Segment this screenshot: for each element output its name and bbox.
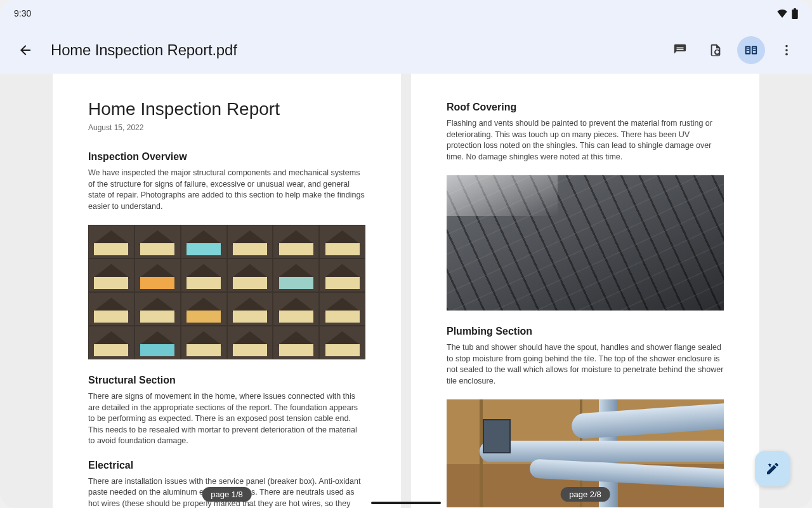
section-body: We have inspected the major structural c… (88, 168, 365, 212)
home-handle[interactable] (371, 502, 441, 504)
wifi-icon (776, 9, 788, 18)
section-body: Flashing and vents should be painted to … (447, 118, 724, 163)
svg-rect-5 (753, 50, 756, 51)
app-bar: Home Inspection Report.pdf (0, 27, 812, 74)
svg-rect-0 (792, 9, 797, 18)
svg-rect-1 (794, 8, 796, 10)
more-options-button[interactable] (773, 36, 801, 64)
status-bar: 9:30 (0, 0, 812, 27)
svg-rect-3 (747, 50, 750, 51)
two-page-view-button[interactable] (737, 36, 765, 64)
section-heading: Inspection Overview (88, 151, 365, 163)
page-indicator: page 1/8 (202, 487, 252, 502)
doc-title: Home Inspection Report (88, 99, 365, 119)
svg-point-6 (785, 45, 788, 48)
section-heading: Electrical (88, 460, 365, 471)
edit-fab[interactable] (755, 451, 790, 486)
page-indicator: page 2/8 (560, 487, 610, 502)
status-time: 9:30 (14, 8, 31, 18)
doc-date: August 15, 2022 (88, 123, 365, 132)
section-body: There are signs of movement in the home,… (88, 391, 365, 447)
battery-icon (792, 8, 798, 19)
document-title: Home Inspection Report.pdf (51, 41, 658, 59)
pdf-page-2[interactable]: Roof Covering Flashing and vents should … (411, 74, 759, 508)
section-heading: Plumbing Section (447, 326, 724, 337)
svg-point-7 (785, 49, 788, 51)
roof-image (447, 175, 724, 311)
svg-rect-4 (753, 48, 756, 49)
pdf-viewer[interactable]: Home Inspection Report August 15, 2022 I… (0, 74, 812, 508)
section-heading: Roof Covering (447, 102, 724, 113)
find-in-page-button[interactable] (702, 36, 730, 64)
overview-image (88, 225, 365, 359)
svg-point-8 (785, 53, 788, 56)
annotations-button[interactable] (666, 36, 694, 64)
section-body: The tub and shower should have the spout… (447, 342, 724, 387)
back-button[interactable] (11, 36, 39, 64)
pdf-page-1[interactable]: Home Inspection Report August 15, 2022 I… (53, 74, 401, 508)
svg-rect-2 (747, 48, 750, 49)
section-heading: Structural Section (88, 375, 365, 386)
